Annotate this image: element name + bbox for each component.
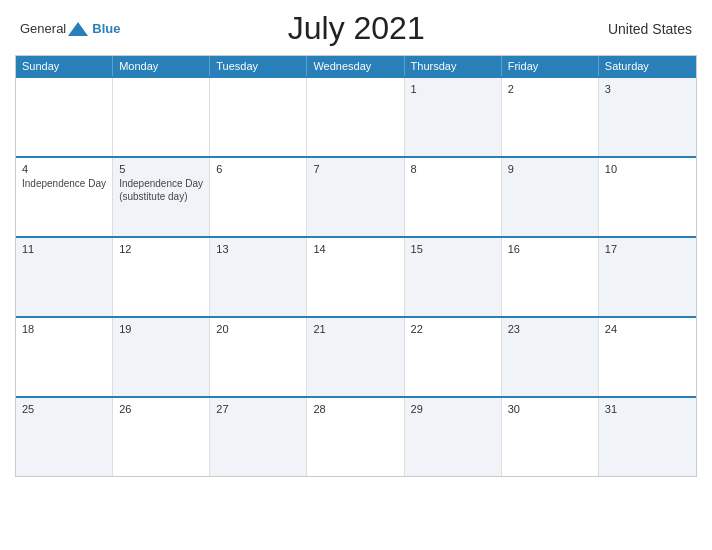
day-number: 14	[313, 243, 397, 255]
day-cell-27: 27	[210, 398, 307, 476]
day-number: 12	[119, 243, 203, 255]
day-number: 3	[605, 83, 690, 95]
day-header-thursday: Thursday	[405, 56, 502, 76]
calendar-header: General Blue July 2021 United States	[15, 10, 697, 47]
day-cell-2: 2	[502, 78, 599, 156]
day-number: 6	[216, 163, 300, 175]
day-cell-22: 22	[405, 318, 502, 396]
day-cell-26: 26	[113, 398, 210, 476]
day-header-tuesday: Tuesday	[210, 56, 307, 76]
day-number: 15	[411, 243, 495, 255]
day-number: 26	[119, 403, 203, 415]
day-number: 16	[508, 243, 592, 255]
logo-general-text: General	[20, 21, 66, 36]
day-number: 29	[411, 403, 495, 415]
day-number: 5	[119, 163, 203, 175]
day-cell-23: 23	[502, 318, 599, 396]
day-header-wednesday: Wednesday	[307, 56, 404, 76]
day-cell-18: 18	[16, 318, 113, 396]
week-row-2: 4Independence Day5Independence Day (subs…	[16, 156, 696, 236]
day-number: 2	[508, 83, 592, 95]
day-number: 4	[22, 163, 106, 175]
day-headers-row: SundayMondayTuesdayWednesdayThursdayFrid…	[16, 56, 696, 76]
day-number: 9	[508, 163, 592, 175]
empty-cell	[307, 78, 404, 156]
day-cell-24: 24	[599, 318, 696, 396]
day-number: 8	[411, 163, 495, 175]
day-cell-20: 20	[210, 318, 307, 396]
country-label: United States	[592, 21, 692, 37]
week-row-3: 11121314151617	[16, 236, 696, 316]
day-header-sunday: Sunday	[16, 56, 113, 76]
week-row-5: 25262728293031	[16, 396, 696, 476]
day-number: 17	[605, 243, 690, 255]
logo-triangle-icon	[68, 20, 88, 38]
day-cell-12: 12	[113, 238, 210, 316]
calendar-container: General Blue July 2021 United States Sun…	[0, 0, 712, 550]
day-number: 21	[313, 323, 397, 335]
day-number: 27	[216, 403, 300, 415]
empty-cell	[210, 78, 307, 156]
day-cell-19: 19	[113, 318, 210, 396]
day-cell-17: 17	[599, 238, 696, 316]
day-number: 22	[411, 323, 495, 335]
day-cell-4: 4Independence Day	[16, 158, 113, 236]
empty-cell	[16, 78, 113, 156]
day-number: 20	[216, 323, 300, 335]
svg-marker-0	[68, 22, 88, 36]
logo-blue-text: Blue	[92, 21, 120, 36]
day-number: 19	[119, 323, 203, 335]
day-cell-15: 15	[405, 238, 502, 316]
day-number: 25	[22, 403, 106, 415]
day-number: 18	[22, 323, 106, 335]
day-cell-9: 9	[502, 158, 599, 236]
week-row-4: 18192021222324	[16, 316, 696, 396]
week-row-1: 123	[16, 76, 696, 156]
day-header-saturday: Saturday	[599, 56, 696, 76]
day-cell-21: 21	[307, 318, 404, 396]
day-number: 13	[216, 243, 300, 255]
day-cell-28: 28	[307, 398, 404, 476]
day-cell-8: 8	[405, 158, 502, 236]
day-cell-16: 16	[502, 238, 599, 316]
day-number: 10	[605, 163, 690, 175]
day-header-monday: Monday	[113, 56, 210, 76]
day-event: Independence Day (substitute day)	[119, 177, 203, 203]
weeks-container: 1234Independence Day5Independence Day (s…	[16, 76, 696, 476]
day-cell-7: 7	[307, 158, 404, 236]
day-cell-10: 10	[599, 158, 696, 236]
empty-cell	[113, 78, 210, 156]
day-number: 23	[508, 323, 592, 335]
day-cell-3: 3	[599, 78, 696, 156]
day-event: Independence Day	[22, 177, 106, 190]
day-number: 31	[605, 403, 690, 415]
day-cell-11: 11	[16, 238, 113, 316]
day-number: 1	[411, 83, 495, 95]
day-number: 28	[313, 403, 397, 415]
day-number: 30	[508, 403, 592, 415]
day-cell-13: 13	[210, 238, 307, 316]
logo: General Blue	[20, 20, 120, 38]
day-number: 24	[605, 323, 690, 335]
day-number: 11	[22, 243, 106, 255]
day-cell-6: 6	[210, 158, 307, 236]
day-cell-1: 1	[405, 78, 502, 156]
day-cell-25: 25	[16, 398, 113, 476]
calendar-grid: SundayMondayTuesdayWednesdayThursdayFrid…	[15, 55, 697, 477]
day-cell-30: 30	[502, 398, 599, 476]
month-title: July 2021	[120, 10, 592, 47]
day-cell-31: 31	[599, 398, 696, 476]
day-cell-5: 5Independence Day (substitute day)	[113, 158, 210, 236]
day-cell-29: 29	[405, 398, 502, 476]
day-cell-14: 14	[307, 238, 404, 316]
day-number: 7	[313, 163, 397, 175]
day-header-friday: Friday	[502, 56, 599, 76]
